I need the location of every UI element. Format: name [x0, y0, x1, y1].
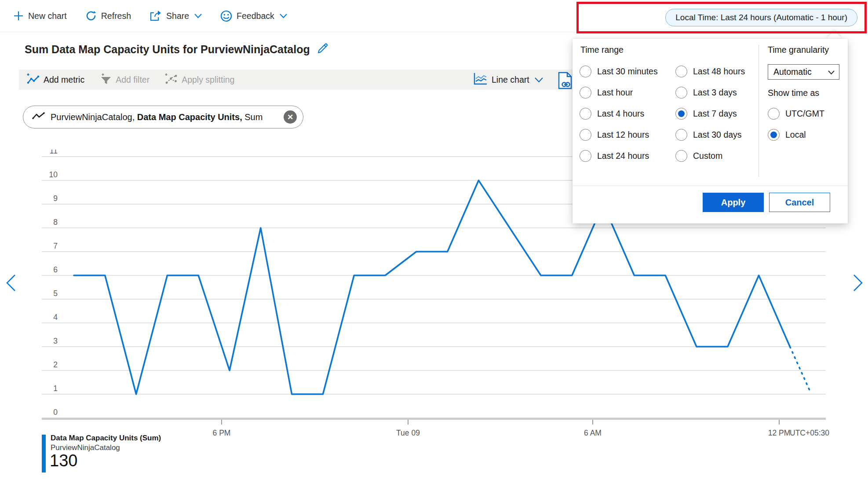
time-range-option-last-4-hours[interactable]: Last 4 hours	[580, 103, 658, 124]
chevron-down-icon	[194, 14, 202, 18]
plus-icon	[13, 11, 24, 21]
radio-icon[interactable]	[675, 66, 687, 77]
radio-label: Last 30 minutes	[597, 66, 658, 77]
show-time-as-heading: Show time as	[768, 88, 819, 98]
time-range-option-last-3-days[interactable]: Last 3 days	[675, 82, 745, 103]
new-chart-label: New chart	[28, 11, 67, 21]
edit-pencil-icon[interactable]	[317, 42, 329, 57]
time-range-pill[interactable]: Local Time: Last 24 hours (Automatic - 1…	[665, 9, 857, 26]
x-axis-tick-label: 6 PM	[213, 428, 231, 437]
metric-pill-text: PurviewNinjaCatalog, Data Map Capacity U…	[51, 112, 263, 122]
show-time-option-local[interactable]: Local	[768, 124, 824, 145]
x-axis-tick-label: 12 PM	[768, 428, 791, 437]
apply-button[interactable]: Apply	[703, 193, 764, 212]
popup-footer-divider	[573, 186, 848, 186]
time-granularity-heading: Time granularity	[768, 45, 829, 55]
add-filter-label: Add filter	[116, 75, 150, 85]
time-range-option-last-12-hours[interactable]: Last 12 hours	[580, 124, 658, 145]
close-icon[interactable]: ✕	[284, 110, 297, 124]
top-toolbar-items: New chart Refresh Share Feedback	[13, 0, 287, 32]
radio-icon[interactable]	[580, 66, 591, 77]
copy-link-icon[interactable]	[558, 72, 573, 91]
show-time-option-utc-gmt[interactable]: UTC/GMT	[768, 103, 824, 124]
show-time-options: UTC/GMTLocal	[768, 103, 824, 145]
legend-metric-name: Data Map Capacity Units (Sum)	[51, 434, 161, 443]
time-range-option-last-hour[interactable]: Last hour	[580, 82, 658, 103]
y-axis-tick-label: 8	[53, 218, 58, 227]
time-range-option-last-7-days[interactable]: Last 7 days	[675, 103, 745, 124]
share-icon	[150, 10, 162, 22]
legend-resource-name: PurviewNinjaCatalog	[51, 443, 120, 452]
x-axis-tick-label: 6 AM	[584, 428, 602, 437]
radio-label: Last 4 hours	[597, 109, 644, 119]
y-axis-tick-label: 10	[49, 170, 58, 179]
chart-scroll-left-chevron[interactable]	[4, 274, 17, 294]
new-chart-button[interactable]: New chart	[13, 11, 67, 21]
refresh-icon	[85, 10, 97, 22]
radio-icon[interactable]	[675, 87, 687, 99]
y-axis-tick-label: 2	[53, 360, 58, 369]
x-axis-tick-label: Tue 09	[396, 428, 420, 437]
splitting-icon	[164, 72, 178, 88]
page-title: Sum Data Map Capacity Units for PurviewN…	[25, 42, 329, 57]
radio-icon[interactable]	[580, 87, 591, 99]
radio-icon[interactable]	[675, 150, 687, 162]
chart-scroll-right-chevron[interactable]	[852, 274, 864, 294]
time-range-options-col2: Last 48 hoursLast 3 daysLast 7 daysLast …	[675, 61, 745, 166]
radio-icon[interactable]	[580, 150, 591, 162]
radio-icon[interactable]	[580, 108, 591, 120]
time-range-option-last-30-minutes[interactable]: Last 30 minutes	[580, 61, 658, 82]
y-axis-tick-label: 1	[53, 384, 58, 393]
refresh-button[interactable]: Refresh	[85, 10, 131, 22]
filter-icon	[99, 72, 112, 88]
granularity-select[interactable]: Automatic	[768, 64, 839, 80]
add-metric-icon	[26, 72, 40, 88]
time-range-option-last-48-hours[interactable]: Last 48 hours	[675, 61, 745, 82]
legend-color-bar	[42, 435, 46, 472]
metric-zigzag-icon	[32, 112, 45, 122]
time-range-option-last-30-days[interactable]: Last 30 days	[675, 124, 745, 145]
chevron-down-icon	[280, 14, 287, 18]
share-button[interactable]: Share	[150, 10, 202, 22]
radio-label: Last 24 hours	[597, 151, 649, 161]
time-range-heading: Time range	[580, 45, 624, 55]
y-axis-tick-label: 7	[53, 242, 58, 250]
chart-type-dropdown[interactable]: Line chart	[473, 70, 543, 90]
y-axis-tick-label: 0	[53, 408, 58, 417]
radio-label: Local	[785, 130, 806, 140]
y-axis-tick-label: 11	[50, 150, 58, 155]
time-range-popup: Time range Last 30 minutesLast hourLast …	[573, 39, 848, 223]
add-filter-button[interactable]: Add filter	[99, 72, 150, 88]
radio-selected-icon[interactable]	[768, 129, 780, 141]
radio-icon[interactable]	[675, 129, 687, 141]
radio-icon[interactable]	[768, 108, 780, 120]
radio-label: UTC/GMT	[785, 109, 824, 119]
apply-splitting-button[interactable]: Apply splitting	[164, 72, 234, 88]
chevron-down-icon	[828, 67, 835, 77]
refresh-label: Refresh	[101, 11, 131, 21]
add-metric-label: Add metric	[44, 75, 84, 85]
feedback-button[interactable]: Feedback	[220, 10, 287, 22]
radio-label: Custom	[693, 151, 722, 161]
y-axis-tick-label: 3	[53, 337, 58, 345]
radio-label: Last 3 days	[693, 88, 737, 98]
legend-sum-value: 130	[50, 451, 77, 470]
add-metric-button[interactable]: Add metric	[26, 72, 84, 88]
radio-label: Last hour	[597, 88, 633, 98]
feedback-label: Feedback	[237, 11, 274, 21]
radio-selected-icon[interactable]	[675, 108, 687, 120]
time-range-options-col1: Last 30 minutesLast hourLast 4 hoursLast…	[580, 61, 658, 166]
time-range-option-last-24-hours[interactable]: Last 24 hours	[580, 145, 658, 166]
y-axis-tick-label: 5	[53, 289, 58, 298]
time-range-option-custom[interactable]: Custom	[675, 145, 745, 166]
metric-pill[interactable]: PurviewNinjaCatalog, Data Map Capacity U…	[23, 106, 303, 128]
metric-line-incomplete-dashed	[790, 347, 810, 392]
y-axis-tick-label: 6	[53, 265, 58, 274]
chevron-down-icon	[535, 75, 543, 85]
cancel-button[interactable]: Cancel	[769, 193, 830, 212]
radio-icon[interactable]	[580, 129, 591, 141]
line-chart-icon	[473, 72, 487, 88]
granularity-value: Automatic	[773, 67, 812, 77]
radio-label: Last 30 days	[693, 130, 742, 140]
share-label: Share	[166, 11, 189, 21]
